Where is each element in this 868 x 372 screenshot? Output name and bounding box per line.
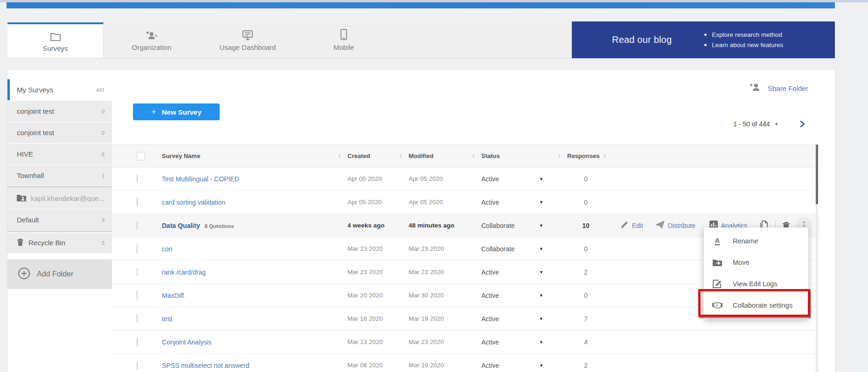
- pagination: 1 - 50 of 444 ▼: [733, 120, 806, 128]
- folder-count: 6: [102, 152, 104, 157]
- row-checkbox[interactable]: [137, 221, 138, 230]
- sidebar-item-townhall[interactable]: Townhall 1: [7, 165, 112, 186]
- sidebar-item-hive[interactable]: HIVE 6: [7, 144, 112, 165]
- row-checkbox[interactable]: [137, 338, 138, 346]
- status-dropdown-caret[interactable]: ▼: [539, 177, 567, 181]
- survey-name-link[interactable]: MaxDiff: [162, 292, 347, 299]
- status-dropdown-caret[interactable]: ▼: [539, 340, 567, 344]
- status-dropdown-caret[interactable]: ▼: [539, 293, 567, 298]
- status-dropdown-caret[interactable]: ▼: [539, 223, 567, 228]
- status-dropdown-caret[interactable]: ▼: [539, 200, 567, 205]
- trash-icon: [17, 238, 24, 248]
- row-checkbox[interactable]: [137, 174, 138, 183]
- created-cell: Apr 05 2020: [347, 199, 409, 206]
- sidebar-item-recycle-bin[interactable]: Recycle Bin 3: [7, 232, 112, 253]
- sidebar-item-conjoint-test[interactable]: conjoint test 0: [7, 101, 112, 122]
- add-folder-button[interactable]: Add Folder: [7, 259, 112, 289]
- banner-bullet-list: Explore research method Learn about new …: [704, 31, 783, 48]
- survey-name-link[interactable]: test: [162, 315, 347, 323]
- pencil-icon: [620, 220, 629, 231]
- survey-name-link[interactable]: rank /card/drag: [162, 269, 347, 276]
- sort-icon[interactable]: ▲▼: [472, 154, 475, 158]
- status-cell: Active: [481, 175, 539, 183]
- table-row[interactable]: card sorting validation Apr 05 2020 Apr …: [112, 191, 819, 214]
- folders-sidebar: My Surveys 441 conjoint test 0 conjoint …: [7, 79, 112, 289]
- survey-name-link[interactable]: Conjoint Analysis: [162, 338, 347, 346]
- header-status[interactable]: Status▲▼: [481, 152, 567, 159]
- header-responses[interactable]: Responses▲▼: [567, 152, 623, 159]
- smartphone-icon: [340, 29, 347, 40]
- menu-item-view-edit-logs[interactable]: View Edit Logs: [704, 273, 808, 295]
- tab-label: Surveys: [42, 44, 68, 52]
- menu-item-collaborate-settings[interactable]: Collaborate settings: [704, 295, 808, 316]
- blog-banner[interactable]: Read our blog Explore research method Le…: [572, 21, 835, 58]
- row-checkbox[interactable]: [137, 244, 138, 253]
- modified-cell: Mar 19 2020: [409, 362, 481, 369]
- row-checkbox[interactable]: [137, 198, 138, 207]
- survey-name-link[interactable]: Data Quality8 Questions: [162, 222, 347, 229]
- survey-name-link[interactable]: card sorting validation: [162, 199, 347, 206]
- header-modified[interactable]: Modified▲▼: [409, 152, 481, 159]
- table-scrollbar-track[interactable]: [816, 145, 818, 372]
- pagination-range[interactable]: 1 - 50 of 444: [733, 120, 770, 128]
- status-dropdown-caret[interactable]: ▼: [539, 270, 567, 275]
- row-checkbox[interactable]: [137, 268, 138, 276]
- sort-icon[interactable]: ▲▼: [558, 154, 561, 158]
- table-row[interactable]: SPSS multiselect not answerd Mar 06 2020…: [112, 354, 819, 372]
- share-folder-button[interactable]: Share Folder: [749, 83, 808, 93]
- sidebar-item-kapil-khandekar-que-[interactable]: kapil.khandekar@que...: [7, 188, 112, 209]
- handshake-icon: [711, 302, 723, 309]
- menu-item-rename[interactable]: A Rename: [704, 230, 808, 252]
- survey-name-link[interactable]: con: [162, 245, 347, 253]
- modified-cell: Mar 23 2020: [409, 245, 481, 252]
- folder-count: 0: [102, 130, 104, 136]
- menu-item-move[interactable]: Move: [704, 252, 808, 273]
- created-cell: Mar 06 2020: [347, 362, 409, 369]
- row-checkbox[interactable]: [137, 291, 138, 300]
- modified-cell: Apr 05 2020: [409, 199, 481, 206]
- question-count-badge: 8 Questions: [205, 223, 234, 229]
- created-cell: Mar 23 2020: [347, 269, 409, 276]
- folder-icon: [50, 30, 61, 41]
- tab-organization[interactable]: Organization: [104, 22, 200, 58]
- sort-icon[interactable]: ▲▼: [399, 154, 402, 158]
- sidebar-item-my-surveys[interactable]: My Surveys 441: [7, 79, 112, 100]
- responses-cell: 0: [567, 292, 604, 299]
- table-scrollbar-thumb[interactable]: [816, 145, 818, 204]
- header-survey-name[interactable]: Survey Name▲▼: [162, 152, 347, 159]
- tab-label: Mobile: [333, 43, 354, 51]
- select-all-cell: [137, 152, 162, 160]
- pagination-caret-icon[interactable]: ▼: [775, 122, 778, 126]
- shared-folder-icon: [17, 194, 26, 203]
- header-created[interactable]: Created▲▼: [347, 152, 409, 159]
- tab-mobile[interactable]: Mobile: [296, 22, 392, 58]
- tab-surveys[interactable]: Surveys: [7, 22, 104, 58]
- row-checkbox[interactable]: [137, 314, 138, 323]
- banner-title[interactable]: Read our blog: [612, 34, 672, 45]
- status-dropdown-caret[interactable]: ▼: [539, 317, 567, 321]
- row-context-menu: A Rename Move View Edit Logs Collaborate…: [704, 227, 808, 319]
- next-page-button[interactable]: [799, 120, 806, 128]
- banner-bullet: Explore research method: [704, 31, 783, 38]
- status-cell: Active: [481, 269, 539, 276]
- person-add-icon: [749, 83, 761, 93]
- sort-icon[interactable]: ▲▼: [603, 154, 606, 158]
- status-dropdown-caret[interactable]: ▼: [539, 363, 567, 368]
- created-cell: Mar 13 2020: [347, 338, 409, 345]
- modified-cell: Mar 23 2020: [409, 338, 481, 345]
- table-row[interactable]: Conjoint Analysis Mar 13 2020 Mar 23 202…: [112, 331, 819, 354]
- row-checkbox[interactable]: [137, 361, 138, 370]
- status-dropdown-caret[interactable]: ▼: [539, 247, 567, 251]
- sidebar-item-default[interactable]: Default 3: [7, 209, 112, 230]
- survey-name-link[interactable]: SPSS multiselect not answerd: [162, 362, 347, 369]
- new-survey-button[interactable]: + New Survey: [133, 103, 220, 120]
- select-all-checkbox[interactable]: [137, 152, 145, 160]
- paper-plane-icon: [655, 220, 665, 231]
- distribute-button[interactable]: Distribute: [655, 220, 695, 231]
- sort-icon[interactable]: ▲▼: [338, 154, 341, 158]
- tab-usage-dashboard[interactable]: Usage Dashboard: [200, 22, 296, 58]
- sidebar-item-conjoint-test[interactable]: conjoint test 0: [7, 122, 112, 143]
- table-row[interactable]: Test Multilingual - COPIED Apr 05 2020 A…: [112, 167, 819, 191]
- survey-name-link[interactable]: Test Multilingual - COPIED: [162, 175, 347, 183]
- edit-button[interactable]: Edit: [620, 220, 643, 231]
